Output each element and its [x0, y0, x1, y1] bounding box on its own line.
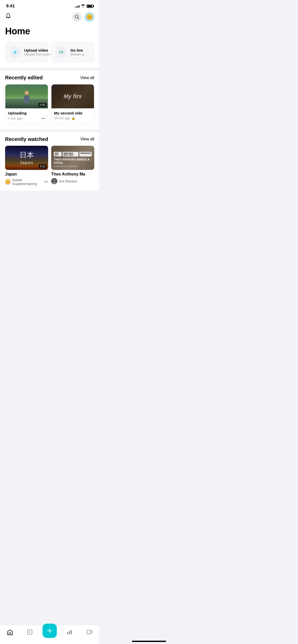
theo-title: Theo Anthony Ma: [51, 172, 94, 177]
japan-title: Japan: [5, 172, 48, 177]
recently-watched-list: 日本 Japan 4:12 Japan 😊 Apiwat Supateeerap…: [5, 146, 94, 186]
wifi-icon: [81, 4, 85, 8]
video-meta-second: 10 min ago 🔒: [54, 116, 91, 120]
upload-video-icon: [9, 46, 21, 58]
recently-edited-list: 0:05 Uploading 7 min ago ••• My firs My …: [5, 84, 94, 124]
watched-card-japan[interactable]: 日本 Japan 4:12 Japan 😊 Apiwat Supateeerap…: [5, 146, 48, 186]
japan-author-row: 😊 Apiwat Supateeerapong •••: [5, 178, 48, 186]
recently-edited-header: Recently edited View all: [5, 75, 94, 81]
action-cards: Upload video Upload from your device Go …: [0, 42, 99, 68]
doc-nyc-badge: DOC NYC: [54, 152, 62, 156]
video-time-uploading: 7 min ago: [8, 116, 22, 120]
search-button[interactable]: [72, 12, 82, 22]
svg-point-6: [53, 179, 55, 181]
video-title-second: My second vide: [54, 111, 91, 115]
watched-card-theo[interactable]: DOC NYC NEW/ FILM NEXT FEST IFFBOSTON TH…: [51, 146, 94, 186]
go-live-icon: [55, 46, 67, 58]
avatar-emoji: 😊: [86, 14, 93, 20]
japan-thumbnail: 日本 Japan 4:12: [5, 146, 48, 170]
lock-icon: 🔒: [71, 116, 75, 120]
theo-subtitle: a short film by Joe Stankus: [54, 165, 78, 167]
more-options-button-japan[interactable]: •••: [44, 180, 48, 184]
notification-bell-icon[interactable]: [5, 13, 11, 21]
video-time-second: 10 min ago 🔒: [54, 116, 75, 120]
person-figure: [22, 91, 32, 105]
status-icons: [75, 4, 93, 8]
go-live-title: Go live: [70, 48, 87, 52]
more-options-button-uploading[interactable]: •••: [41, 116, 45, 121]
new-next-badge: NEW/ FILM NEXT FEST: [63, 152, 78, 156]
japan-text-en: Japan: [20, 160, 34, 165]
theo-scene: DOC NYC NEW/ FILM NEXT FEST IFFBOSTON TH…: [51, 146, 94, 170]
battery-icon: [87, 5, 93, 8]
recently-edited-section: Recently edited View all 0:05 Uploading …: [0, 71, 99, 129]
svg-point-3: [58, 49, 64, 55]
recently-watched-title: Recently watched: [5, 136, 48, 142]
video-thumbnail-second: My firs: [51, 84, 94, 108]
video-card-info-uploading: Uploading 7 min ago •••: [5, 108, 48, 124]
japan-text-cn: 日本: [20, 150, 34, 160]
duration-badge-uploading: 0:05: [38, 103, 46, 107]
upload-video-card[interactable]: Upload video Upload from your device: [5, 42, 48, 63]
signal-icon: [75, 5, 79, 8]
video-card-info-second: My second vide 10 min ago 🔒: [51, 108, 94, 123]
japan-author-avatar: 😊: [5, 179, 11, 185]
app-header: 😊: [0, 10, 99, 25]
recently-watched-section: Recently watched View all 日本 Japan 4:12 …: [0, 132, 99, 191]
user-avatar-button[interactable]: 😊: [85, 12, 94, 22]
go-live-text: Go live Stream a...: [70, 48, 87, 56]
theo-thumbnail: DOC NYC NEW/ FILM NEXT FEST IFFBOSTON TH…: [51, 146, 94, 170]
japan-duration-badge: 4:12: [39, 164, 47, 168]
theo-title-text: THEO ANTHONY MAKES A STOOL: [54, 158, 92, 165]
theo-author-info: Joe Stankus: [51, 178, 77, 184]
recently-edited-title: Recently edited: [5, 75, 43, 81]
plaid-text: My firs: [64, 93, 82, 100]
video-thumbnail-uploading: 0:05: [5, 84, 48, 108]
recently-edited-view-all[interactable]: View all: [80, 76, 94, 80]
go-live-subtitle: Stream a...: [70, 52, 87, 56]
japan-author-info: 😊 Apiwat Supateeerapong: [5, 178, 44, 186]
theo-author-row: Joe Stankus: [51, 178, 94, 184]
status-bar: 9:41: [0, 0, 99, 10]
header-actions: 😊: [72, 12, 94, 22]
theo-author-avatar: [51, 178, 57, 184]
page-title-section: Home: [0, 25, 99, 42]
video-card-second[interactable]: My firs My second vide 10 min ago 🔒: [51, 84, 94, 124]
recently-watched-header: Recently watched View all: [5, 136, 94, 142]
svg-line-1: [78, 18, 79, 19]
theo-author-name: Joe Stankus: [59, 179, 77, 183]
page-title: Home: [5, 26, 94, 37]
video-card-uploading[interactable]: 0:05 Uploading 7 min ago •••: [5, 84, 48, 124]
go-live-card[interactable]: Go live Stream a...: [51, 42, 94, 63]
iff-boston-badge: IFFBOSTON: [79, 152, 92, 156]
recently-watched-view-all[interactable]: View all: [80, 137, 94, 141]
japan-author-name: Apiwat Supateeerapong: [12, 178, 44, 186]
status-time: 9:41: [6, 4, 15, 9]
theo-badges: DOC NYC NEW/ FILM NEXT FEST IFFBOSTON: [54, 152, 92, 156]
video-meta-uploading: 7 min ago •••: [8, 116, 45, 121]
video-title-uploading: Uploading: [8, 111, 45, 115]
